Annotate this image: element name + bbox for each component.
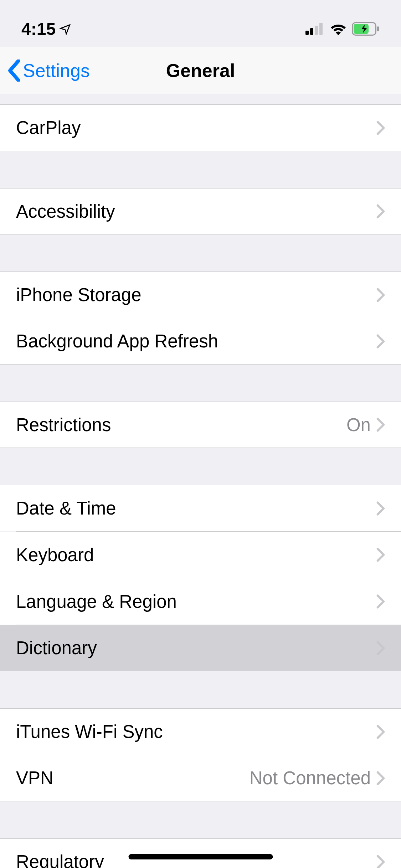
row-label: Language & Region [16, 591, 376, 612]
back-label: Settings [23, 60, 90, 81]
row-regulatory[interactable]: Regulatory [0, 838, 401, 868]
wifi-icon [330, 22, 347, 35]
chevron-right-icon [376, 855, 385, 868]
chevron-right-icon [376, 204, 385, 218]
chevron-right-icon [376, 288, 385, 302]
row-label: Accessibility [16, 201, 376, 222]
row-itunes-wifi-sync[interactable]: iTunes Wi-Fi Sync [0, 708, 401, 755]
svg-rect-0 [305, 31, 309, 35]
row-language-region[interactable]: Language & Region [0, 578, 401, 625]
row-label: iPhone Storage [16, 284, 376, 305]
chevron-right-icon [376, 771, 385, 785]
row-date-time[interactable]: Date & Time [0, 485, 401, 531]
svg-rect-5 [354, 24, 369, 34]
row-label: Date & Time [16, 498, 376, 519]
chevron-right-icon [376, 121, 385, 135]
status-bar: 4:15 [0, 0, 401, 47]
svg-rect-3 [319, 23, 323, 35]
row-label: Dictionary [16, 637, 376, 658]
back-button[interactable]: Settings [7, 60, 90, 82]
row-accessibility[interactable]: Accessibility [0, 188, 401, 234]
chevron-left-icon [7, 60, 21, 82]
row-label: Keyboard [16, 544, 376, 565]
row-value: On [346, 414, 371, 435]
chevron-right-icon [376, 418, 385, 432]
chevron-right-icon [376, 334, 385, 348]
home-indicator[interactable] [128, 854, 273, 859]
navigation-bar: Settings General [0, 47, 401, 94]
chevron-right-icon [376, 548, 385, 562]
status-time: 4:15 [21, 19, 56, 39]
row-vpn[interactable]: VPNNot Connected [0, 755, 401, 801]
location-icon [59, 23, 71, 35]
chevron-right-icon [376, 641, 385, 655]
chevron-right-icon [376, 725, 385, 739]
svg-rect-6 [377, 26, 379, 31]
row-background-app-refresh[interactable]: Background App Refresh [0, 318, 401, 365]
page-title: General [166, 60, 235, 81]
row-label: iTunes Wi-Fi Sync [16, 721, 376, 742]
svg-rect-1 [310, 28, 313, 35]
row-carplay[interactable]: CarPlay [0, 105, 401, 151]
cellular-signal-icon [305, 23, 325, 35]
svg-rect-2 [315, 26, 318, 35]
row-label: VPN [16, 768, 250, 789]
battery-charging-icon [352, 22, 380, 36]
row-label: CarPlay [16, 117, 376, 138]
row-label: Background App Refresh [16, 331, 376, 352]
row-iphone-storage[interactable]: iPhone Storage [0, 272, 401, 318]
row-dictionary[interactable]: Dictionary [0, 625, 401, 671]
row-keyboard[interactable]: Keyboard [0, 532, 401, 578]
row-label: Restrictions [16, 414, 346, 435]
settings-list[interactable]: CarPlayAccessibilityiPhone StorageBackgr… [0, 94, 401, 868]
chevron-right-icon [376, 594, 385, 609]
chevron-right-icon [376, 501, 385, 516]
row-restrictions[interactable]: RestrictionsOn [0, 402, 401, 448]
row-value: Not Connected [250, 768, 371, 789]
